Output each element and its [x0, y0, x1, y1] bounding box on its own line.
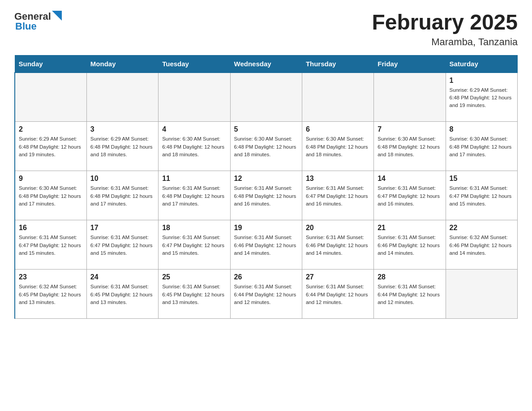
col-monday: Monday	[86, 55, 158, 73]
day-number: 27	[306, 273, 370, 281]
table-row: 17Sunrise: 6:31 AM Sunset: 6:47 PM Dayli…	[86, 220, 158, 270]
day-number: 4	[162, 125, 226, 133]
col-thursday: Thursday	[302, 55, 373, 73]
col-sunday: Sunday	[15, 55, 86, 73]
col-friday: Friday	[374, 55, 446, 73]
logo-arrow-icon	[52, 11, 62, 21]
day-info: Sunrise: 6:31 AM Sunset: 6:48 PM Dayligh…	[90, 184, 154, 208]
calendar-week-row: 1Sunrise: 6:29 AM Sunset: 6:48 PM Daylig…	[15, 73, 518, 122]
day-info: Sunrise: 6:31 AM Sunset: 6:46 PM Dayligh…	[234, 234, 298, 257]
table-row: 3Sunrise: 6:29 AM Sunset: 6:48 PM Daylig…	[86, 122, 158, 171]
table-row: 14Sunrise: 6:31 AM Sunset: 6:47 PM Dayli…	[374, 171, 446, 220]
day-number: 28	[378, 273, 442, 281]
day-info: Sunrise: 6:32 AM Sunset: 6:45 PM Dayligh…	[19, 283, 83, 306]
svg-marker-0	[52, 11, 62, 21]
day-info: Sunrise: 6:29 AM Sunset: 6:48 PM Dayligh…	[19, 135, 83, 158]
day-number: 3	[90, 125, 154, 133]
day-info: Sunrise: 6:31 AM Sunset: 6:45 PM Dayligh…	[162, 283, 226, 306]
day-info: Sunrise: 6:31 AM Sunset: 6:44 PM Dayligh…	[378, 283, 442, 306]
calendar-week-row: 2Sunrise: 6:29 AM Sunset: 6:48 PM Daylig…	[15, 122, 518, 171]
day-number: 14	[378, 175, 442, 183]
day-info: Sunrise: 6:31 AM Sunset: 6:47 PM Dayligh…	[450, 184, 514, 208]
day-number: 7	[378, 125, 442, 133]
day-number: 21	[378, 224, 442, 232]
col-tuesday: Tuesday	[159, 55, 230, 73]
table-row: 18Sunrise: 6:31 AM Sunset: 6:47 PM Dayli…	[159, 220, 230, 270]
day-info: Sunrise: 6:29 AM Sunset: 6:48 PM Dayligh…	[90, 135, 154, 158]
day-number: 5	[234, 125, 298, 133]
table-row	[446, 270, 517, 319]
page-header: General Blue February 2025 Maramba, Tanz…	[14, 11, 518, 48]
day-number: 19	[234, 224, 298, 232]
day-number: 20	[306, 224, 370, 232]
day-number: 8	[450, 125, 514, 133]
day-info: Sunrise: 6:30 AM Sunset: 6:48 PM Dayligh…	[378, 135, 442, 158]
logo: General Blue	[14, 11, 62, 32]
day-number: 2	[19, 125, 83, 133]
day-number: 26	[234, 273, 298, 281]
table-row: 27Sunrise: 6:31 AM Sunset: 6:44 PM Dayli…	[302, 270, 373, 319]
col-wednesday: Wednesday	[230, 55, 302, 73]
table-row	[15, 73, 86, 122]
table-row: 24Sunrise: 6:31 AM Sunset: 6:45 PM Dayli…	[86, 270, 158, 319]
table-row: 16Sunrise: 6:31 AM Sunset: 6:47 PM Dayli…	[15, 220, 86, 270]
table-row: 1Sunrise: 6:29 AM Sunset: 6:48 PM Daylig…	[446, 73, 517, 122]
day-number: 1	[450, 77, 514, 85]
day-number: 24	[90, 273, 154, 281]
table-row: 28Sunrise: 6:31 AM Sunset: 6:44 PM Dayli…	[374, 270, 446, 319]
table-row: 9Sunrise: 6:30 AM Sunset: 6:48 PM Daylig…	[15, 171, 86, 220]
table-row: 8Sunrise: 6:30 AM Sunset: 6:48 PM Daylig…	[446, 122, 517, 171]
day-info: Sunrise: 6:31 AM Sunset: 6:48 PM Dayligh…	[162, 184, 226, 208]
day-info: Sunrise: 6:31 AM Sunset: 6:47 PM Dayligh…	[378, 184, 442, 208]
day-number: 11	[162, 175, 226, 183]
table-row: 2Sunrise: 6:29 AM Sunset: 6:48 PM Daylig…	[15, 122, 86, 171]
table-row: 12Sunrise: 6:31 AM Sunset: 6:48 PM Dayli…	[230, 171, 302, 220]
title-block: February 2025 Maramba, Tanzania	[372, 11, 518, 48]
day-info: Sunrise: 6:30 AM Sunset: 6:48 PM Dayligh…	[450, 135, 514, 158]
col-saturday: Saturday	[446, 55, 517, 73]
table-row: 11Sunrise: 6:31 AM Sunset: 6:48 PM Dayli…	[159, 171, 230, 220]
table-row: 26Sunrise: 6:31 AM Sunset: 6:44 PM Dayli…	[230, 270, 302, 319]
table-row: 19Sunrise: 6:31 AM Sunset: 6:46 PM Dayli…	[230, 220, 302, 270]
day-number: 9	[19, 175, 83, 183]
day-info: Sunrise: 6:31 AM Sunset: 6:47 PM Dayligh…	[90, 234, 154, 257]
day-info: Sunrise: 6:31 AM Sunset: 6:44 PM Dayligh…	[306, 283, 370, 306]
table-row: 25Sunrise: 6:31 AM Sunset: 6:45 PM Dayli…	[159, 270, 230, 319]
month-title: February 2025	[372, 11, 518, 34]
day-info: Sunrise: 6:30 AM Sunset: 6:48 PM Dayligh…	[234, 135, 298, 158]
day-info: Sunrise: 6:30 AM Sunset: 6:48 PM Dayligh…	[19, 184, 83, 208]
day-number: 6	[306, 125, 370, 133]
table-row	[159, 73, 230, 122]
table-row	[302, 73, 373, 122]
table-row: 23Sunrise: 6:32 AM Sunset: 6:45 PM Dayli…	[15, 270, 86, 319]
day-info: Sunrise: 6:31 AM Sunset: 6:46 PM Dayligh…	[378, 234, 442, 257]
day-number: 10	[90, 175, 154, 183]
calendar-week-row: 9Sunrise: 6:30 AM Sunset: 6:48 PM Daylig…	[15, 171, 518, 220]
day-info: Sunrise: 6:31 AM Sunset: 6:44 PM Dayligh…	[234, 283, 298, 306]
day-info: Sunrise: 6:31 AM Sunset: 6:45 PM Dayligh…	[90, 283, 154, 306]
day-info: Sunrise: 6:31 AM Sunset: 6:47 PM Dayligh…	[19, 234, 83, 257]
day-info: Sunrise: 6:30 AM Sunset: 6:48 PM Dayligh…	[306, 135, 370, 158]
day-info: Sunrise: 6:31 AM Sunset: 6:46 PM Dayligh…	[306, 234, 370, 257]
table-row: 15Sunrise: 6:31 AM Sunset: 6:47 PM Dayli…	[446, 171, 517, 220]
day-info: Sunrise: 6:32 AM Sunset: 6:46 PM Dayligh…	[450, 234, 514, 257]
table-row	[86, 73, 158, 122]
table-row: 13Sunrise: 6:31 AM Sunset: 6:47 PM Dayli…	[302, 171, 373, 220]
logo-blue-text: Blue	[15, 21, 37, 32]
calendar-header-row: Sunday Monday Tuesday Wednesday Thursday…	[15, 55, 518, 73]
table-row: 6Sunrise: 6:30 AM Sunset: 6:48 PM Daylig…	[302, 122, 373, 171]
day-number: 23	[19, 273, 83, 281]
calendar-week-row: 23Sunrise: 6:32 AM Sunset: 6:45 PM Dayli…	[15, 270, 518, 319]
day-number: 17	[90, 224, 154, 232]
calendar-table: Sunday Monday Tuesday Wednesday Thursday…	[14, 55, 518, 319]
table-row: 7Sunrise: 6:30 AM Sunset: 6:48 PM Daylig…	[374, 122, 446, 171]
day-number: 12	[234, 175, 298, 183]
day-info: Sunrise: 6:31 AM Sunset: 6:47 PM Dayligh…	[162, 234, 226, 257]
day-number: 15	[450, 175, 514, 183]
table-row: 10Sunrise: 6:31 AM Sunset: 6:48 PM Dayli…	[86, 171, 158, 220]
table-row: 20Sunrise: 6:31 AM Sunset: 6:46 PM Dayli…	[302, 220, 373, 270]
table-row: 21Sunrise: 6:31 AM Sunset: 6:46 PM Dayli…	[374, 220, 446, 270]
day-info: Sunrise: 6:31 AM Sunset: 6:48 PM Dayligh…	[234, 184, 298, 208]
day-number: 16	[19, 224, 83, 232]
day-number: 18	[162, 224, 226, 232]
